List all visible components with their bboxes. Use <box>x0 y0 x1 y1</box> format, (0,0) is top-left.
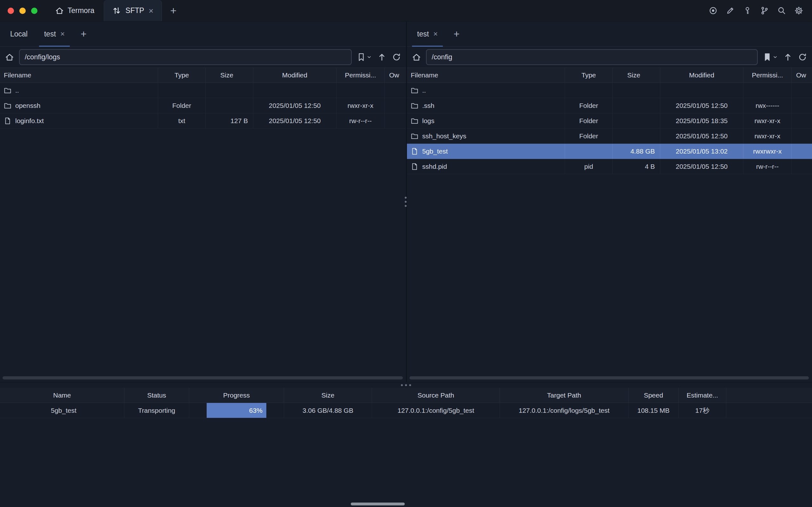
table-row[interactable]: .. <box>0 83 406 98</box>
edit-icon[interactable] <box>726 6 735 15</box>
column-header-size[interactable]: Size <box>206 68 253 82</box>
table-row[interactable]: .. <box>407 83 812 98</box>
close-icon[interactable]: × <box>433 30 438 38</box>
column-header-size[interactable]: Size <box>284 388 372 403</box>
table-row[interactable]: loginfo.txt txt 127 B 2025/01/05 12:50 r… <box>0 113 406 128</box>
close-icon[interactable]: × <box>60 30 65 38</box>
file-modified: 2025/01/05 12:50 <box>253 113 336 128</box>
minimize-window-button[interactable] <box>19 8 26 14</box>
file-permissions: rwxr-xr-x <box>744 128 792 144</box>
left-new-tab-button[interactable]: + <box>73 21 94 46</box>
go-up-button[interactable] <box>377 53 386 62</box>
refresh-button[interactable] <box>798 53 807 62</box>
transfer-source-path: 127.0.0.1:/config/5gb_test <box>372 403 500 418</box>
filename: .. <box>15 87 19 94</box>
plus-icon: + <box>170 4 176 17</box>
tab-test-right[interactable]: test × <box>409 21 446 46</box>
column-header-owner[interactable]: Ow <box>385 68 406 82</box>
window-controls <box>0 0 46 21</box>
left-table-header: Filename Type Size Modified Permissi... … <box>0 68 406 83</box>
right-horizontal-scrollbar[interactable] <box>410 376 809 380</box>
file-browser-split: Local test × + <box>0 21 812 382</box>
filename: 5gb_test <box>422 148 448 155</box>
transfer-table-header: Name Status Progress Size Source Path Ta… <box>0 388 812 403</box>
branch-icon[interactable] <box>760 6 769 15</box>
file-permissions: rw-r--r-- <box>336 113 385 128</box>
file-size <box>613 113 660 128</box>
file-owner <box>792 144 812 159</box>
close-icon[interactable]: × <box>149 7 153 15</box>
right-new-tab-button[interactable]: + <box>446 21 467 46</box>
column-header-size[interactable]: Size <box>613 68 660 82</box>
right-bookmark-button[interactable] <box>763 53 778 62</box>
column-header-status[interactable]: Status <box>124 388 189 403</box>
zoom-window-button[interactable] <box>31 8 38 14</box>
left-pane-tabbar: Local test × + <box>0 21 406 47</box>
bookmark-icon <box>357 53 366 62</box>
left-bookmark-button[interactable] <box>357 53 372 62</box>
home-icon <box>55 6 64 15</box>
home-icon[interactable] <box>412 53 421 62</box>
transfer-speed: 108.15 MB <box>629 403 679 418</box>
right-path-input[interactable] <box>426 49 758 65</box>
filename: logs <box>422 117 435 125</box>
table-row[interactable]: ssh_host_keys Folder 2025/01/05 12:50 rw… <box>407 128 812 144</box>
tab-sftp[interactable]: SFTP × <box>104 0 162 21</box>
transfer-row[interactable]: 5gb_test Transporting 63% 3.06 GB/4.88 G… <box>0 403 812 418</box>
filename: openssh <box>15 102 40 109</box>
transfer-panel-divider[interactable] <box>0 382 812 388</box>
key-icon[interactable] <box>743 6 752 15</box>
file-permissions <box>336 83 385 98</box>
column-header-type[interactable]: Type <box>158 68 206 82</box>
file-modified: 2025/01/05 18:35 <box>660 113 744 128</box>
folder-icon <box>4 87 11 94</box>
search-icon[interactable] <box>777 6 786 15</box>
column-header-estimate[interactable]: Estimate... <box>679 388 726 403</box>
close-window-button[interactable] <box>8 8 14 14</box>
left-horizontal-scrollbar[interactable] <box>3 376 403 380</box>
file-owner <box>792 113 812 128</box>
file-type: Folder <box>158 98 206 113</box>
column-header-filename[interactable]: Filename <box>407 68 565 82</box>
bottom-horizontal-scrollbar[interactable] <box>351 503 405 505</box>
home-icon[interactable] <box>5 53 14 62</box>
file-permissions: rw-r--r-- <box>744 159 792 174</box>
table-row[interactable]: .ssh Folder 2025/01/05 12:50 rwx------ <box>407 98 812 113</box>
table-row[interactable]: sshd.pid pid 4 B 2025/01/05 12:50 rw-r--… <box>407 159 812 174</box>
new-tab-button[interactable]: + <box>162 0 185 21</box>
transfer-status: Transporting <box>124 403 189 418</box>
column-header-modified[interactable]: Modified <box>660 68 744 82</box>
column-header-progress[interactable]: Progress <box>189 388 284 403</box>
filename: .. <box>422 87 426 94</box>
column-header-permissions[interactable]: Permissi... <box>336 68 385 82</box>
table-row[interactable]: openssh Folder 2025/01/05 12:50 rwxr-xr-… <box>0 98 406 113</box>
tab-local[interactable]: Local <box>2 21 36 46</box>
column-header-owner[interactable]: Ow <box>792 68 812 82</box>
column-header-filename[interactable]: Filename <box>0 68 158 82</box>
column-header-target-path[interactable]: Target Path <box>500 388 629 403</box>
local-pane: Local test × + <box>0 21 406 382</box>
go-up-button[interactable] <box>783 53 792 62</box>
record-icon[interactable] <box>709 6 717 15</box>
transfer-progress: 63% <box>189 403 284 418</box>
transfer-size: 3.06 GB/4.88 GB <box>284 403 372 418</box>
right-table-header: Filename Type Size Modified Permissi... … <box>407 68 812 83</box>
plus-icon: + <box>80 28 87 40</box>
table-row[interactable]: logs Folder 2025/01/05 18:35 rwxr-xr-x <box>407 113 812 128</box>
tab-test-left[interactable]: test × <box>36 21 73 46</box>
column-header-source-path[interactable]: Source Path <box>372 388 500 403</box>
file-type: pid <box>565 159 613 174</box>
column-header-name[interactable]: Name <box>0 388 124 403</box>
column-header-speed[interactable]: Speed <box>629 388 679 403</box>
left-path-input[interactable] <box>19 49 352 65</box>
tab-termora[interactable]: Termora <box>46 0 104 21</box>
file-type: Folder <box>565 113 613 128</box>
settings-icon[interactable] <box>795 6 803 15</box>
table-row-selected[interactable]: 5gb_test 4.88 GB 2025/01/05 13:02 rwxrwx… <box>407 144 812 159</box>
column-header-type[interactable]: Type <box>565 68 613 82</box>
file-permissions <box>744 83 792 98</box>
column-header-permissions[interactable]: Permissi... <box>744 68 792 82</box>
column-header-modified[interactable]: Modified <box>253 68 336 82</box>
file-modified <box>253 83 336 98</box>
refresh-button[interactable] <box>392 53 401 62</box>
